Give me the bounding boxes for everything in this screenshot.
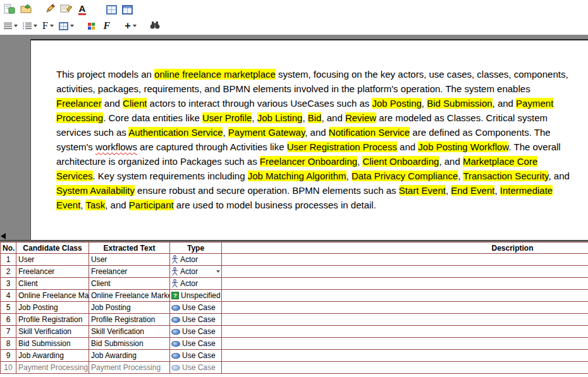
cell-no[interactable]: 10 xyxy=(1,362,16,374)
table-row[interactable]: 8 Bid Submission Bid Submission Use Case xyxy=(1,338,588,350)
table-row[interactable]: 5 Job Posting Job Posting Use Case xyxy=(1,302,588,314)
cell-description[interactable] xyxy=(222,350,588,362)
table-row[interactable]: 4 Online Freelance Marketplace Online Fr… xyxy=(1,290,588,302)
cell-extracted-text[interactable]: Job Awarding xyxy=(89,350,170,362)
header-extracted-text[interactable]: Extracted Text xyxy=(89,242,170,254)
cell-description[interactable] xyxy=(222,326,588,338)
cell-description[interactable] xyxy=(222,362,588,374)
formula-button[interactable]: F xyxy=(99,18,114,33)
type-cell-content: Actor xyxy=(171,279,220,288)
cell-type[interactable]: Use Case xyxy=(170,350,222,362)
highlight-option-dropdown[interactable] xyxy=(1,18,20,33)
cell-candidate-class[interactable]: Payment Processing xyxy=(16,362,89,374)
cell-type[interactable]: Actor xyxy=(170,254,222,266)
cell-type[interactable]: Actor xyxy=(170,266,222,278)
cell-description[interactable] xyxy=(222,254,588,266)
insert-table-icon xyxy=(59,22,68,30)
plain-text: are used to model business processes in … xyxy=(174,200,376,210)
type-cell-content: Use Case xyxy=(171,363,220,372)
plain-text: , xyxy=(446,185,451,196)
list-style-dropdown[interactable] xyxy=(20,18,40,33)
highlighter-button[interactable] xyxy=(42,2,58,17)
cell-type[interactable]: Use Case xyxy=(170,302,222,314)
cell-extracted-text[interactable]: Online Freelance Marketplace xyxy=(89,290,170,302)
table-view-button[interactable] xyxy=(104,2,119,17)
table-row[interactable]: 7 Skill Verification Skill Verification … xyxy=(1,326,588,338)
cell-description[interactable] xyxy=(222,266,588,278)
table-row[interactable]: 3 Client Client Actor xyxy=(1,278,588,290)
cell-description[interactable] xyxy=(222,302,588,314)
cell-candidate-class[interactable]: Bid Submission xyxy=(16,338,89,350)
cell-candidate-class[interactable]: Online Freelance Marketplace xyxy=(16,290,89,302)
table-row[interactable]: 2 Freelancer Freelancer Actor xyxy=(1,266,588,278)
cell-candidate-class[interactable]: Job Awarding xyxy=(16,350,89,362)
cell-no[interactable]: 5 xyxy=(1,302,16,314)
table-view-alt-button[interactable] xyxy=(119,2,135,17)
type-cell-content: ? Unspecified xyxy=(171,291,220,300)
cell-candidate-class[interactable]: User xyxy=(16,254,89,266)
type-icon xyxy=(171,317,180,323)
open-import-button[interactable] xyxy=(18,2,35,17)
font-letter-icon: F xyxy=(42,21,48,31)
cell-extracted-text[interactable]: Profile Registration xyxy=(89,314,170,326)
edit-note-icon xyxy=(60,4,72,15)
cell-extracted-text[interactable]: Skill Verification xyxy=(89,326,170,338)
cell-description[interactable] xyxy=(222,314,588,326)
table-row[interactable]: 10 Payment Processing Payment Processing… xyxy=(1,362,588,374)
plain-text: . Key system requirements including xyxy=(93,171,248,181)
cell-extracted-text[interactable]: Job Posting xyxy=(89,302,170,314)
cell-candidate-class[interactable]: Profile Registration xyxy=(16,314,89,326)
cell-candidate-class[interactable]: Client xyxy=(16,278,89,290)
cell-description[interactable] xyxy=(222,338,588,350)
cell-no[interactable]: 1 xyxy=(1,254,16,266)
cell-description[interactable] xyxy=(222,278,588,290)
type-dropdown-arrow[interactable] xyxy=(216,270,220,273)
table-row[interactable]: 9 Job Awarding Job Awarding Use Case xyxy=(1,350,588,362)
insert-table-dropdown[interactable] xyxy=(56,18,77,33)
highlighted-term: Job Posting Workflow xyxy=(418,141,508,152)
table-row[interactable]: 6 Profile Registration Profile Registrat… xyxy=(1,314,588,326)
cell-no[interactable]: 2 xyxy=(1,266,16,278)
document-page[interactable]: This project models an online freelance … xyxy=(30,39,588,240)
cell-extracted-text[interactable]: Freelancer xyxy=(89,266,170,278)
highlighted-term: System Availability xyxy=(56,185,135,196)
font-family-dropdown[interactable]: F xyxy=(40,18,56,33)
cell-no[interactable]: 7 xyxy=(1,326,16,338)
font-style-button[interactable]: A xyxy=(75,2,90,17)
cell-candidate-class[interactable]: Skill Verification xyxy=(16,326,89,338)
cell-extracted-text[interactable]: Client xyxy=(89,278,170,290)
cell-no[interactable]: 6 xyxy=(1,314,16,326)
cell-description[interactable] xyxy=(222,290,588,302)
header-description[interactable]: Description xyxy=(222,242,588,254)
find-button[interactable] xyxy=(147,18,163,33)
edit-text-button[interactable] xyxy=(58,2,75,17)
cell-no[interactable]: 8 xyxy=(1,338,16,350)
cell-type[interactable]: Use Case xyxy=(170,326,222,338)
header-no[interactable]: No. xyxy=(1,242,16,254)
color-grid-button[interactable] xyxy=(84,18,99,33)
cell-type[interactable]: Actor xyxy=(170,278,222,290)
cell-no[interactable]: 9 xyxy=(1,350,16,362)
cell-extracted-text[interactable]: Bid Submission xyxy=(89,338,170,350)
cell-type[interactable]: Use Case xyxy=(170,362,222,374)
plain-text: actors to interact through various UseCa… xyxy=(147,98,372,109)
cell-no[interactable]: 4 xyxy=(1,290,16,302)
cell-extracted-text[interactable]: Payment Processing xyxy=(89,362,170,374)
header-candidate-class[interactable]: Candidate Class xyxy=(16,242,89,254)
table-row[interactable]: 1 User User Actor xyxy=(1,254,588,266)
cell-type[interactable]: ? Unspecified xyxy=(170,290,222,302)
highlighted-term: Client xyxy=(123,98,147,109)
cell-candidate-class[interactable]: Job Posting xyxy=(16,302,89,314)
cell-type[interactable]: Use Case xyxy=(170,314,222,326)
plain-text: , and xyxy=(305,127,329,138)
header-type[interactable]: Type xyxy=(170,242,222,254)
collapse-left-icon[interactable] xyxy=(1,233,6,239)
cell-extracted-text[interactable]: User xyxy=(89,254,170,266)
doc-paragraph[interactable]: This project models an online freelance … xyxy=(56,67,573,212)
textual-analysis-button[interactable] xyxy=(1,2,18,17)
cell-candidate-class[interactable]: Freelancer xyxy=(16,266,89,278)
cell-type[interactable]: Use Case xyxy=(170,338,222,350)
cell-no[interactable]: 3 xyxy=(1,278,16,290)
add-candidate-dropdown[interactable]: + xyxy=(122,18,139,33)
plain-text: , xyxy=(494,185,499,196)
